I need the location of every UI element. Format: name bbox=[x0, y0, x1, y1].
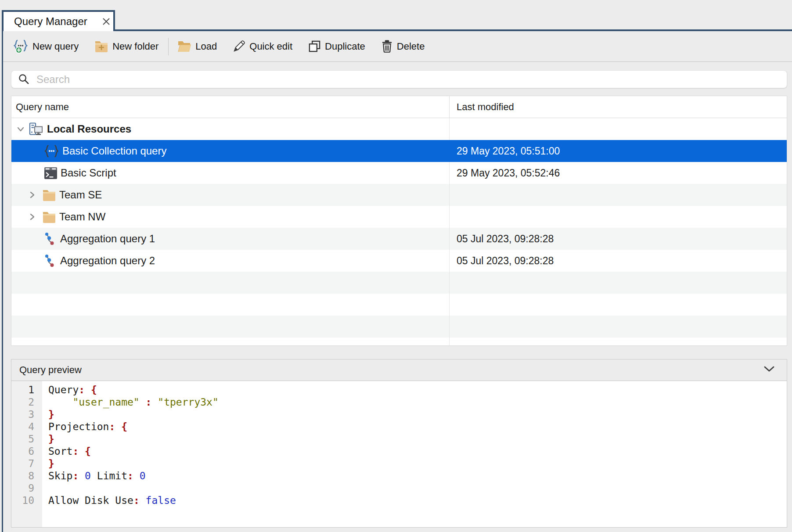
toolbar-load-button[interactable]: Load bbox=[177, 40, 217, 53]
code-line: "user_name" : "tperry3x" bbox=[48, 396, 787, 408]
toolbar: New queryNew folderLoadQuick editDuplica… bbox=[3, 31, 792, 62]
window-left-border bbox=[2, 10, 3, 532]
code-area: Query: { "user_name" : "tperry3x"}Projec… bbox=[42, 381, 787, 527]
table-row[interactable]: Team NW bbox=[11, 206, 787, 228]
tab-title: Query Manager bbox=[14, 15, 87, 28]
line-number: 2 bbox=[11, 396, 34, 408]
code-line: Projection: { bbox=[48, 421, 787, 433]
query-table: Query name Last modified Local Resources… bbox=[11, 96, 787, 346]
close-icon[interactable] bbox=[101, 16, 112, 27]
toolbar-divider bbox=[168, 38, 169, 55]
duplicate-icon bbox=[308, 40, 321, 53]
line-number-gutter: 12345678910 bbox=[11, 381, 42, 527]
row-label: Aggregation query 2 bbox=[60, 255, 155, 267]
table-row[interactable]: Team SE bbox=[11, 184, 787, 206]
chevron-down-icon[interactable] bbox=[763, 364, 775, 376]
toolbar-duplicate-label: Duplicate bbox=[325, 41, 365, 52]
column-header-query-name[interactable]: Query name bbox=[11, 96, 450, 118]
chevron-right-icon[interactable] bbox=[27, 190, 37, 200]
line-number: 5 bbox=[11, 433, 34, 445]
search-bar[interactable] bbox=[11, 70, 787, 88]
line-number: 1 bbox=[11, 384, 34, 396]
table-empty-row bbox=[11, 272, 787, 294]
row-label: Local Resources bbox=[47, 123, 131, 135]
row-label: Basic Script bbox=[61, 167, 116, 179]
code-line bbox=[48, 482, 787, 494]
row-label: Team SE bbox=[59, 189, 102, 201]
search-icon bbox=[18, 73, 30, 85]
table-row[interactable]: Basic Collection query29 May 2023, 05:51… bbox=[11, 140, 787, 162]
new-folder-icon bbox=[94, 40, 108, 53]
code-line: Skip: 0 Limit: 0 bbox=[48, 470, 787, 482]
folder-icon bbox=[42, 211, 56, 223]
row-modified: 29 May 2023, 05:52:46 bbox=[457, 167, 560, 179]
load-icon bbox=[177, 40, 191, 53]
code-line: Sort: { bbox=[48, 445, 787, 457]
collection-query-icon bbox=[44, 144, 59, 158]
row-label: Basic Collection query bbox=[62, 145, 166, 157]
toolbar-new-folder-button[interactable]: New folder bbox=[94, 40, 158, 53]
row-label: Aggregation query 1 bbox=[60, 233, 155, 245]
row-label: Team NW bbox=[59, 211, 105, 223]
aggregation-icon bbox=[44, 254, 57, 268]
computer-icon bbox=[29, 122, 44, 136]
table-header: Query name Last modified bbox=[11, 96, 787, 118]
table-row[interactable]: Local Resources bbox=[11, 118, 787, 140]
script-icon bbox=[44, 166, 58, 180]
table-row[interactable]: Aggregation query 205 Jul 2023, 09:28:28 bbox=[11, 250, 787, 272]
toolbar-delete-label: Delete bbox=[397, 41, 425, 52]
delete-icon bbox=[381, 40, 393, 53]
table-row[interactable]: Aggregation query 105 Jul 2023, 09:28:28 bbox=[11, 228, 787, 250]
code-line: } bbox=[48, 433, 787, 445]
toolbar-duplicate-button[interactable]: Duplicate bbox=[308, 40, 365, 53]
code-line: Query: { bbox=[48, 384, 787, 396]
code-preview: 12345678910 Query: { "user_name" : "tper… bbox=[11, 381, 787, 527]
line-number: 7 bbox=[11, 457, 34, 470]
row-modified: 29 May 2023, 05:51:00 bbox=[457, 145, 560, 157]
code-line: Allow Disk Use: false bbox=[48, 494, 787, 507]
table-empty-row bbox=[11, 316, 787, 338]
toolbar-new-query-button[interactable]: New query bbox=[13, 39, 79, 54]
line-number: 8 bbox=[11, 470, 34, 482]
aggregation-icon bbox=[44, 232, 57, 246]
line-number: 6 bbox=[11, 445, 34, 457]
table-body: Local ResourcesBasic Collection query29 … bbox=[11, 118, 787, 346]
toolbar-quick-edit-button[interactable]: Quick edit bbox=[233, 40, 292, 53]
toolbar-new-folder-label: New folder bbox=[112, 41, 158, 52]
quick-edit-icon bbox=[233, 40, 245, 53]
row-modified: 05 Jul 2023, 09:28:28 bbox=[457, 255, 554, 267]
tab-query-manager[interactable]: Query Manager bbox=[2, 10, 115, 31]
table-empty-row bbox=[11, 338, 787, 346]
row-modified: 05 Jul 2023, 09:28:28 bbox=[457, 233, 554, 245]
chevron-right-icon[interactable] bbox=[27, 212, 37, 222]
line-number: 4 bbox=[11, 421, 34, 433]
toolbar-new-query-label: New query bbox=[32, 41, 79, 52]
line-number: 10 bbox=[11, 494, 34, 507]
search-input[interactable] bbox=[36, 73, 787, 86]
toolbar-load-label: Load bbox=[195, 41, 217, 52]
toolbar-delete-button[interactable]: Delete bbox=[381, 40, 425, 53]
table-row[interactable]: Basic Script29 May 2023, 05:52:46 bbox=[11, 162, 787, 184]
table-empty-row bbox=[11, 294, 787, 316]
line-number: 9 bbox=[11, 482, 34, 494]
column-header-last-modified[interactable]: Last modified bbox=[450, 96, 787, 118]
query-preview-title: Query preview bbox=[19, 364, 82, 376]
code-line: } bbox=[48, 408, 787, 421]
new-query-icon bbox=[13, 39, 29, 54]
code-line: } bbox=[48, 457, 787, 470]
line-number: 3 bbox=[11, 408, 34, 421]
query-preview-panel: Query preview 12345678910 Query: { "user… bbox=[11, 359, 787, 528]
query-preview-header[interactable]: Query preview bbox=[11, 359, 787, 381]
toolbar-quick-edit-label: Quick edit bbox=[249, 41, 292, 52]
folder-icon bbox=[42, 189, 56, 201]
chevron-down-icon[interactable] bbox=[16, 124, 25, 134]
